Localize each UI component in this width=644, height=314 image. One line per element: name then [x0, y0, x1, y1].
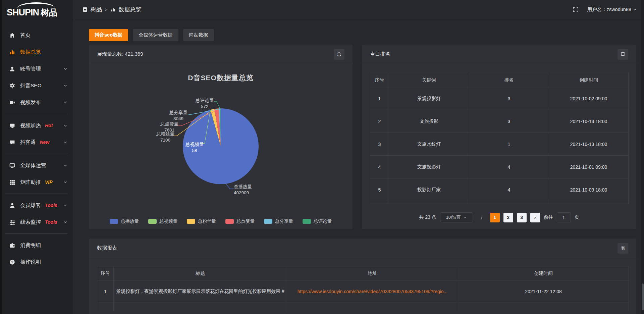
- chat-icon: [9, 140, 15, 145]
- chevron-down-icon: [63, 100, 67, 104]
- goto-page-input[interactable]: [557, 212, 571, 222]
- tab-inquiry[interactable]: 询盘数据: [183, 29, 214, 41]
- pagination-total: 共 23 条: [419, 214, 436, 220]
- logo: SHUPIN 树品: [0, 0, 73, 25]
- rank-table-header-row: 序号 关键词 排名 创建时间: [370, 73, 629, 87]
- monitor-icon: [9, 163, 15, 168]
- user-menu[interactable]: 用户名：zswodun88: [587, 6, 637, 13]
- menu-divider: [5, 194, 67, 194]
- legend-item-likes[interactable]: 总点赞量: [225, 218, 255, 224]
- day-badge-button[interactable]: 日: [618, 49, 628, 60]
- legend-item-video[interactable]: 总视频量: [148, 218, 177, 224]
- chevron-down-icon: [63, 84, 67, 88]
- breadcrumb-root[interactable]: 树品: [91, 6, 102, 13]
- prev-page-button[interactable]: ‹: [477, 213, 486, 222]
- table-row-clipped: [97, 303, 629, 312]
- vip-badge: VIP: [45, 179, 53, 185]
- sidebar-item-douyin-seo[interactable]: 抖音SEO: [0, 77, 73, 94]
- tab-douyin-seo[interactable]: 抖音seo数据: [89, 29, 128, 41]
- sidebar-item-label: 全媒体运营: [20, 162, 46, 169]
- sidebar-item-label: 会员爆客: [20, 202, 41, 209]
- leader-comments: [214, 102, 220, 109]
- breadcrumb-current: 数据总览: [119, 6, 142, 13]
- impressions-total: 展现量总数: 421,369: [97, 51, 143, 57]
- svg-text:?: ?: [11, 260, 13, 264]
- pagination: 共 23 条 10条/页 ‹ 1 2 3 › 前往 页: [370, 212, 628, 222]
- sidebar-item-label: 账号管理: [20, 65, 41, 72]
- legend-item-fans[interactable]: 总粉丝量: [187, 218, 216, 224]
- table-row: 5投影灯厂家42021-10-09 18:00: [370, 178, 629, 201]
- logo-arc: [17, 2, 55, 8]
- grid-icon: [9, 179, 15, 185]
- sidebar-item-home[interactable]: 首页: [0, 27, 73, 44]
- chevron-down-icon: [63, 123, 67, 127]
- sidebar-item-label: 操作说明: [20, 259, 41, 266]
- sidebar-item-label: 消费明细: [20, 242, 41, 249]
- page-size-select[interactable]: 10条/页: [440, 212, 473, 222]
- logo-text-cn: 树品: [41, 7, 57, 18]
- home-icon: [9, 33, 15, 38]
- page-button-2[interactable]: 2: [503, 213, 513, 222]
- scrollbar[interactable]: [641, 0, 644, 314]
- total-badge-button[interactable]: 总: [334, 49, 344, 60]
- report-table: 序号 标题 地址 创建时间 1 景观投影灯，夜游景观投影灯厂家展示展示落花灯在花…: [97, 266, 629, 312]
- sidebar-item-account[interactable]: 账号管理: [0, 60, 73, 77]
- next-page-button[interactable]: ›: [530, 213, 540, 222]
- today-rank-panel: 今日排名 日 序号 关键词 排名 创建时间 1景观投影灯32021-10-02 …: [362, 45, 636, 229]
- report-panel-title: 数据报表: [97, 245, 117, 251]
- screen-icon: [9, 123, 15, 128]
- gear-icon: [9, 83, 15, 89]
- sidebar-item-lead-monitor[interactable]: 线索监控 Tools: [0, 214, 73, 230]
- tab-bar: 抖音seo数据 全媒体运营数据 询盘数据: [89, 29, 637, 41]
- sidebar-item-data-overview[interactable]: 数据总览: [0, 44, 73, 60]
- sliders-icon: [9, 219, 15, 225]
- sidebar-item-consumption[interactable]: 消费明细: [0, 237, 73, 254]
- tab-all-media[interactable]: 全媒体运营数据: [133, 29, 178, 41]
- topbar-right: 用户名：zswodun88: [573, 6, 637, 13]
- table-row: 3文旅水纹灯12021-10-13 18:00: [370, 133, 629, 156]
- table-row: 2文旅投影32021-10-13 18:00: [370, 110, 629, 133]
- report-title-cell: 景观投影灯，夜游景观投影灯厂家展示展示落花灯在花园里的灯光投影应用效果 #: [114, 280, 287, 303]
- report-panel-header: 数据报表 表: [89, 239, 636, 258]
- page-button-1[interactable]: 1: [490, 213, 500, 222]
- menu-divider: [5, 233, 67, 234]
- window-edge: [0, 0, 2, 314]
- bar-chart-icon: [9, 49, 15, 55]
- sidebar-item-help[interactable]: ? 操作说明: [0, 254, 73, 270]
- legend-swatch: [264, 219, 272, 224]
- sidebar-item-video-publish[interactable]: 视频发布: [0, 94, 73, 111]
- sidebar-item-video-heat[interactable]: 视频加热 Hot: [0, 117, 73, 134]
- sidebar-item-label: 线索监控: [20, 219, 41, 226]
- table-row: 1 景观投影灯，夜游景观投影灯厂家展示展示落花灯在花园里的灯光投影应用效果 # …: [97, 280, 629, 303]
- tools-badge: Tools: [45, 203, 57, 208]
- sidebar-item-label: 视频加热: [20, 122, 41, 129]
- rank-panel-title: 今日排名: [370, 51, 390, 57]
- new-badge: New: [40, 140, 50, 145]
- sidebar-item-all-media[interactable]: 全媒体运营: [0, 157, 73, 174]
- scrollbar-thumb[interactable]: [642, 283, 644, 310]
- brand-square-icon: [83, 7, 88, 12]
- sidebar: SHUPIN 树品 首页 数据总览 账号管理 抖音SEO 视频发布: [0, 0, 73, 314]
- fullscreen-icon[interactable]: [573, 7, 579, 12]
- table-row: 1景观投影灯32021-10-02 09:00: [370, 87, 629, 110]
- sidebar-item-douketong[interactable]: 抖客通 New: [0, 134, 73, 151]
- legend-item-play[interactable]: 总播放量: [110, 218, 139, 224]
- sidebar-item-matrix-boost[interactable]: 矩阵助推 VIP: [0, 174, 73, 191]
- sidebar-item-label: 抖客通: [20, 139, 36, 146]
- table-badge-button[interactable]: 表: [618, 243, 628, 254]
- chevron-down-icon: [633, 8, 637, 11]
- sidebar-item-member-burst[interactable]: 会员爆客 Tools: [0, 197, 73, 214]
- report-table-header-row: 序号 标题 地址 创建时间: [97, 266, 629, 280]
- rank-table: 序号 关键词 排名 创建时间 1景观投影灯32021-10-02 09:00 2…: [370, 73, 629, 204]
- sidebar-item-label: 抖音SEO: [20, 82, 42, 89]
- chevron-down-icon: [464, 216, 467, 219]
- video-link[interactable]: https://www.iesdouyin.com/share/video/70…: [298, 289, 448, 294]
- sidebar-menu: 首页 数据总览 账号管理 抖音SEO 视频发布 视频加热 Hot: [0, 25, 73, 270]
- data-report-panel: 数据报表 表 序号 标题 地址 创建时间 1 景观投影灯，夜游景观投影灯厂家展示…: [89, 239, 636, 314]
- breadcrumb: 树品 > 数据总览: [83, 6, 142, 13]
- legend-item-shares[interactable]: 总分享量: [264, 218, 293, 224]
- legend-item-comments[interactable]: 总评论量: [303, 218, 332, 224]
- legend-swatch: [225, 219, 234, 224]
- legend-swatch: [110, 219, 118, 224]
- page-button-3[interactable]: 3: [517, 213, 527, 222]
